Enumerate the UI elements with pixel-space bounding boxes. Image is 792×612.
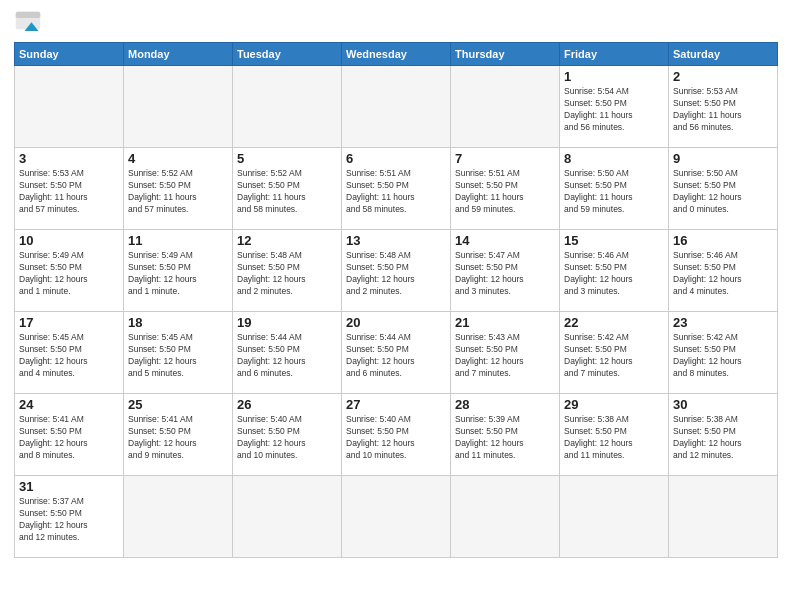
day-number: 5: [237, 151, 337, 166]
calendar-cell: 25Sunrise: 5:41 AMSunset: 5:50 PMDayligh…: [124, 394, 233, 476]
day-number: 20: [346, 315, 446, 330]
calendar: SundayMondayTuesdayWednesdayThursdayFrid…: [14, 42, 778, 558]
day-info: Sunrise: 5:42 AMSunset: 5:50 PMDaylight:…: [673, 332, 773, 380]
calendar-cell: 4Sunrise: 5:52 AMSunset: 5:50 PMDaylight…: [124, 148, 233, 230]
day-info: Sunrise: 5:38 AMSunset: 5:50 PMDaylight:…: [564, 414, 664, 462]
day-number: 7: [455, 151, 555, 166]
day-info: Sunrise: 5:49 AMSunset: 5:50 PMDaylight:…: [19, 250, 119, 298]
calendar-cell: [451, 476, 560, 558]
calendar-cell: 9Sunrise: 5:50 AMSunset: 5:50 PMDaylight…: [669, 148, 778, 230]
calendar-week-5: 31Sunrise: 5:37 AMSunset: 5:50 PMDayligh…: [15, 476, 778, 558]
day-info: Sunrise: 5:43 AMSunset: 5:50 PMDaylight:…: [455, 332, 555, 380]
calendar-cell: [15, 66, 124, 148]
day-info: Sunrise: 5:38 AMSunset: 5:50 PMDaylight:…: [673, 414, 773, 462]
logo: [14, 10, 46, 38]
weekday-thursday: Thursday: [451, 43, 560, 66]
calendar-cell: 22Sunrise: 5:42 AMSunset: 5:50 PMDayligh…: [560, 312, 669, 394]
day-info: Sunrise: 5:52 AMSunset: 5:50 PMDaylight:…: [237, 168, 337, 216]
day-number: 8: [564, 151, 664, 166]
calendar-cell: [124, 66, 233, 148]
calendar-week-4: 24Sunrise: 5:41 AMSunset: 5:50 PMDayligh…: [15, 394, 778, 476]
day-info: Sunrise: 5:46 AMSunset: 5:50 PMDaylight:…: [564, 250, 664, 298]
day-number: 27: [346, 397, 446, 412]
day-number: 16: [673, 233, 773, 248]
day-number: 3: [19, 151, 119, 166]
day-info: Sunrise: 5:47 AMSunset: 5:50 PMDaylight:…: [455, 250, 555, 298]
weekday-saturday: Saturday: [669, 43, 778, 66]
calendar-cell: 19Sunrise: 5:44 AMSunset: 5:50 PMDayligh…: [233, 312, 342, 394]
calendar-cell: [560, 476, 669, 558]
page: SundayMondayTuesdayWednesdayThursdayFrid…: [0, 0, 792, 612]
weekday-tuesday: Tuesday: [233, 43, 342, 66]
calendar-cell: 28Sunrise: 5:39 AMSunset: 5:50 PMDayligh…: [451, 394, 560, 476]
calendar-cell: [669, 476, 778, 558]
day-number: 22: [564, 315, 664, 330]
day-info: Sunrise: 5:49 AMSunset: 5:50 PMDaylight:…: [128, 250, 228, 298]
calendar-cell: 31Sunrise: 5:37 AMSunset: 5:50 PMDayligh…: [15, 476, 124, 558]
calendar-cell: 24Sunrise: 5:41 AMSunset: 5:50 PMDayligh…: [15, 394, 124, 476]
day-number: 21: [455, 315, 555, 330]
day-number: 2: [673, 69, 773, 84]
calendar-header: SundayMondayTuesdayWednesdayThursdayFrid…: [15, 43, 778, 66]
day-info: Sunrise: 5:52 AMSunset: 5:50 PMDaylight:…: [128, 168, 228, 216]
day-number: 6: [346, 151, 446, 166]
day-info: Sunrise: 5:40 AMSunset: 5:50 PMDaylight:…: [237, 414, 337, 462]
calendar-cell: 2Sunrise: 5:53 AMSunset: 5:50 PMDaylight…: [669, 66, 778, 148]
day-number: 19: [237, 315, 337, 330]
day-info: Sunrise: 5:42 AMSunset: 5:50 PMDaylight:…: [564, 332, 664, 380]
calendar-cell: [342, 476, 451, 558]
day-number: 15: [564, 233, 664, 248]
logo-icon: [14, 10, 42, 38]
calendar-cell: 11Sunrise: 5:49 AMSunset: 5:50 PMDayligh…: [124, 230, 233, 312]
day-info: Sunrise: 5:39 AMSunset: 5:50 PMDaylight:…: [455, 414, 555, 462]
calendar-cell: 1Sunrise: 5:54 AMSunset: 5:50 PMDaylight…: [560, 66, 669, 148]
calendar-cell: 29Sunrise: 5:38 AMSunset: 5:50 PMDayligh…: [560, 394, 669, 476]
day-number: 9: [673, 151, 773, 166]
calendar-cell: [124, 476, 233, 558]
day-number: 30: [673, 397, 773, 412]
day-info: Sunrise: 5:53 AMSunset: 5:50 PMDaylight:…: [673, 86, 773, 134]
calendar-week-0: 1Sunrise: 5:54 AMSunset: 5:50 PMDaylight…: [15, 66, 778, 148]
day-number: 18: [128, 315, 228, 330]
day-number: 24: [19, 397, 119, 412]
day-number: 25: [128, 397, 228, 412]
day-number: 13: [346, 233, 446, 248]
calendar-cell: 10Sunrise: 5:49 AMSunset: 5:50 PMDayligh…: [15, 230, 124, 312]
day-number: 23: [673, 315, 773, 330]
weekday-friday: Friday: [560, 43, 669, 66]
calendar-cell: [451, 66, 560, 148]
day-info: Sunrise: 5:41 AMSunset: 5:50 PMDaylight:…: [19, 414, 119, 462]
weekday-wednesday: Wednesday: [342, 43, 451, 66]
calendar-cell: [233, 66, 342, 148]
weekday-monday: Monday: [124, 43, 233, 66]
day-number: 14: [455, 233, 555, 248]
calendar-cell: 26Sunrise: 5:40 AMSunset: 5:50 PMDayligh…: [233, 394, 342, 476]
calendar-body: 1Sunrise: 5:54 AMSunset: 5:50 PMDaylight…: [15, 66, 778, 558]
day-number: 28: [455, 397, 555, 412]
day-info: Sunrise: 5:37 AMSunset: 5:50 PMDaylight:…: [19, 496, 119, 544]
calendar-cell: 18Sunrise: 5:45 AMSunset: 5:50 PMDayligh…: [124, 312, 233, 394]
weekday-header-row: SundayMondayTuesdayWednesdayThursdayFrid…: [15, 43, 778, 66]
calendar-cell: [233, 476, 342, 558]
weekday-sunday: Sunday: [15, 43, 124, 66]
calendar-cell: 7Sunrise: 5:51 AMSunset: 5:50 PMDaylight…: [451, 148, 560, 230]
day-info: Sunrise: 5:51 AMSunset: 5:50 PMDaylight:…: [346, 168, 446, 216]
calendar-cell: 30Sunrise: 5:38 AMSunset: 5:50 PMDayligh…: [669, 394, 778, 476]
calendar-week-2: 10Sunrise: 5:49 AMSunset: 5:50 PMDayligh…: [15, 230, 778, 312]
day-info: Sunrise: 5:51 AMSunset: 5:50 PMDaylight:…: [455, 168, 555, 216]
header: [14, 10, 778, 38]
calendar-cell: 23Sunrise: 5:42 AMSunset: 5:50 PMDayligh…: [669, 312, 778, 394]
day-number: 29: [564, 397, 664, 412]
day-info: Sunrise: 5:46 AMSunset: 5:50 PMDaylight:…: [673, 250, 773, 298]
calendar-cell: 27Sunrise: 5:40 AMSunset: 5:50 PMDayligh…: [342, 394, 451, 476]
day-info: Sunrise: 5:45 AMSunset: 5:50 PMDaylight:…: [128, 332, 228, 380]
day-info: Sunrise: 5:53 AMSunset: 5:50 PMDaylight:…: [19, 168, 119, 216]
calendar-week-3: 17Sunrise: 5:45 AMSunset: 5:50 PMDayligh…: [15, 312, 778, 394]
day-number: 1: [564, 69, 664, 84]
day-number: 12: [237, 233, 337, 248]
svg-rect-1: [16, 12, 41, 18]
day-info: Sunrise: 5:48 AMSunset: 5:50 PMDaylight:…: [346, 250, 446, 298]
day-info: Sunrise: 5:40 AMSunset: 5:50 PMDaylight:…: [346, 414, 446, 462]
day-number: 26: [237, 397, 337, 412]
calendar-cell: [342, 66, 451, 148]
